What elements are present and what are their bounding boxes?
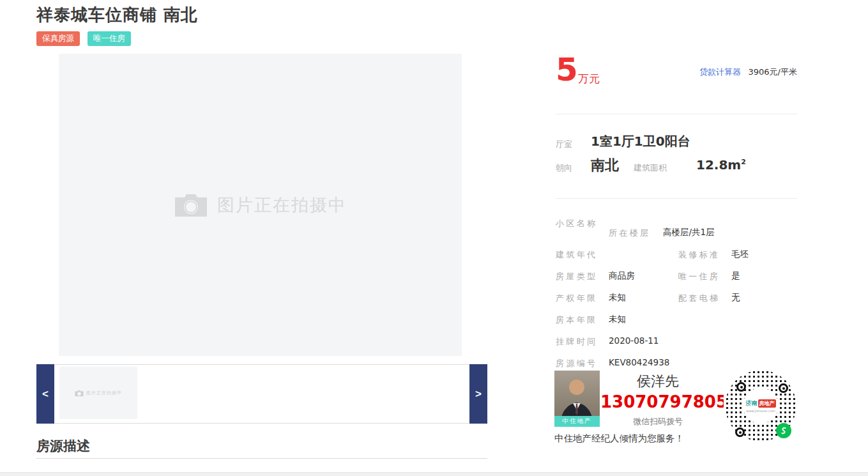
main-photo-placeholder: 图片正在拍摄中 — [59, 54, 462, 356]
thumbnail-photo-placeholder[interactable]: 图片正在拍摄中 — [59, 367, 137, 419]
bottom-clipped-band — [0, 472, 868, 476]
qr-eye-icon — [736, 382, 746, 392]
detail-label-listing-date: 挂牌时间 — [556, 336, 595, 348]
rooms-label: 厅室 — [556, 139, 572, 150]
detail-value-elevator: 无 — [731, 292, 740, 303]
rooms-value: 1室1厅1卫0阳台 — [591, 133, 690, 150]
carousel-next-button[interactable]: > — [469, 364, 487, 424]
carousel-prev-button[interactable]: < — [36, 364, 54, 424]
agent-photo: 中住地产 — [554, 371, 600, 427]
area-value: 12.8m2 — [696, 157, 746, 173]
tag-verified-listing: 保真房源 — [36, 31, 80, 46]
price-side-info: 贷款计算器 3906元/平米 — [699, 66, 797, 78]
thumbnail-placeholder-text: 图片正在拍摄中 — [86, 390, 122, 396]
camera-icon — [174, 192, 208, 218]
detail-label-listing-id: 房源编号 — [556, 358, 595, 369]
listing-detail-page: 祥泰城车位商铺 南北 保真房源 唯一住房 图片正在拍摄中 < 图片正在拍摄中 — [0, 0, 868, 476]
detail-value-deed-years: 未知 — [609, 314, 626, 325]
tag-only-house: 唯一住房 — [88, 31, 131, 46]
detail-label-year: 建筑年代 — [556, 249, 595, 261]
photo-placeholder-text: 图片正在拍摄中 — [217, 194, 347, 217]
detail-value-floor: 高楼层/共1层 — [663, 227, 715, 238]
qr-logo-name: 房地产 — [758, 399, 776, 408]
detail-value-decoration: 毛坯 — [731, 249, 749, 260]
description-divider — [36, 458, 487, 459]
detail-value-listing-date: 2020-08-11 — [609, 335, 659, 346]
divider — [556, 198, 797, 199]
camera-icon — [75, 390, 84, 397]
unit-price: 3906元/平米 — [749, 66, 797, 78]
loan-calculator-link[interactable]: 贷款计算器 — [699, 66, 741, 78]
agent-company-badge: 中住地产 — [554, 416, 600, 427]
area-label: 建筑面积 — [634, 162, 667, 174]
tag-list: 保真房源 唯一住房 — [36, 31, 131, 46]
orientation-label: 朝向 — [556, 162, 572, 174]
detail-label-community: 小区名称 — [556, 218, 595, 229]
wechat-scan-hint: 微信扫码拨号 — [600, 416, 715, 427]
detail-label-elevator: 配套电梯 — [678, 293, 718, 304]
qr-logo-city: 济南 — [746, 399, 758, 408]
divider — [556, 114, 797, 114]
price-unit: 万元 — [578, 72, 600, 86]
detail-label-deed-years: 房本年限 — [556, 314, 595, 326]
area-superscript: 2 — [741, 158, 746, 166]
detail-label-property-years: 产权年限 — [556, 293, 595, 304]
detail-label-only-house: 唯一住房 — [678, 271, 718, 282]
qr-code: 济南 房地产 www.jnhouse.com — [724, 369, 798, 443]
qr-eye-icon — [779, 383, 788, 393]
agent-phone: 13070797805 — [600, 392, 715, 413]
qr-eye-icon — [735, 427, 745, 437]
detail-value-property-years: 未知 — [609, 292, 626, 303]
detail-value-type: 商品房 — [609, 270, 635, 282]
thumbnail-carousel: < 图片正在拍摄中 > — [36, 364, 487, 424]
orientation-value: 南北 — [591, 156, 619, 175]
photo-placeholder-content: 图片正在拍摄中 — [174, 192, 347, 218]
detail-label-floor: 所在楼层 — [609, 227, 648, 239]
detail-value-only-house: 是 — [731, 270, 740, 282]
agent-slogan: 中住地产经纪人倾情为您服务！ — [554, 433, 684, 445]
detail-label-type: 房屋类型 — [556, 271, 595, 282]
wechat-icon — [776, 423, 791, 438]
qr-logo-url: www.jnhouse.com — [746, 409, 775, 413]
area-number: 12.8m — [696, 157, 741, 173]
qr-center-logo: 济南 房地产 www.jnhouse.com — [743, 388, 779, 424]
agent-name: 侯洋先 — [604, 372, 712, 391]
page-title: 祥泰城车位商铺 南北 — [36, 4, 198, 26]
price-amount: 5 — [556, 54, 578, 86]
detail-label-decoration: 装修标准 — [678, 249, 718, 261]
detail-value-listing-id: KEV80424938 — [609, 357, 669, 367]
description-heading: 房源描述 — [36, 437, 90, 455]
